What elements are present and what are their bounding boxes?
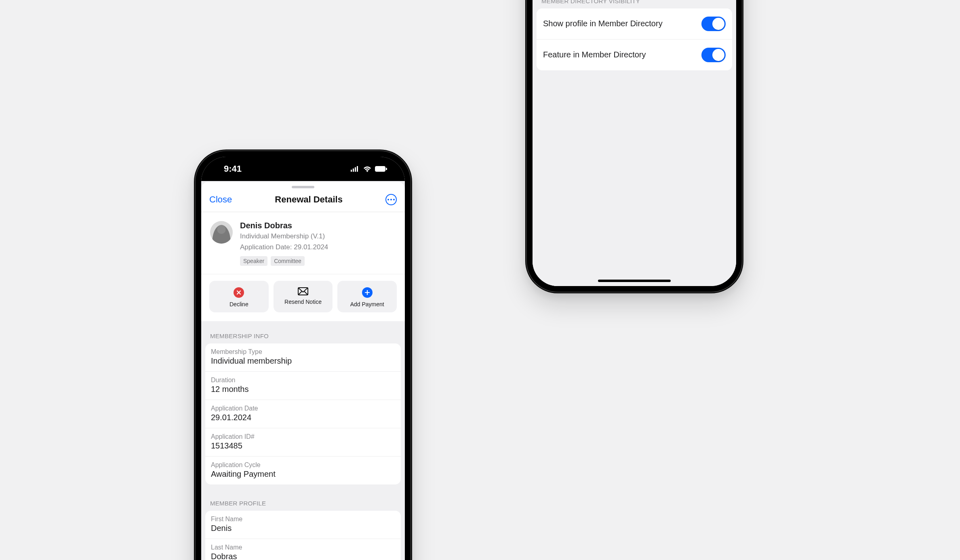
- field-row: Last NameDobras: [205, 539, 401, 560]
- field-label: Application Date: [211, 405, 395, 412]
- profile-header: Denis DobrasIndividual Membership (V.1)A…: [201, 212, 405, 274]
- member-name: Denis Dobras: [240, 221, 328, 230]
- field-row: Duration12 months: [205, 372, 401, 400]
- directory-visibility-heading: MEMBER DIRECTORY VISIBILITY: [533, 0, 736, 8]
- membership-type: Individual Membership (V.1): [240, 232, 328, 241]
- toggle-label: Feature in Member Directory: [543, 50, 646, 59]
- field-label: First Name: [211, 516, 395, 523]
- field-value: 29.01.2024: [211, 413, 395, 422]
- status-time: 9:41: [224, 164, 242, 174]
- field-value: Denis: [211, 524, 395, 533]
- nav-bar: Close Renewal Details: [201, 188, 405, 212]
- membership-info-heading: MEMBERSHIP INFO: [201, 321, 405, 343]
- toggle-row: Show profile in Member Directory: [537, 8, 732, 40]
- plus-icon: [362, 287, 373, 298]
- toggle-switch[interactable]: [701, 48, 726, 62]
- field-row: Application Date29.01.2024: [205, 400, 401, 428]
- svg-rect-5: [386, 168, 387, 170]
- add-payment-button[interactable]: Add Payment: [337, 281, 397, 312]
- tag: Speaker: [240, 256, 267, 266]
- home-indicator: [598, 280, 671, 282]
- field-value: Dobras: [211, 552, 395, 560]
- content-scroll[interactable]: Denis DobrasIndividual Membership (V.1)A…: [201, 212, 405, 560]
- battery-icon: [375, 166, 387, 172]
- status-indicators: [351, 166, 387, 172]
- svg-rect-3: [357, 166, 358, 172]
- field-label: Last Name: [211, 544, 395, 551]
- mail-icon: [298, 287, 308, 295]
- field-row: Application CycleAwaiting Payment: [205, 457, 401, 484]
- member-profile-card: First NameDenisLast NameDobrasEmaildenis…: [205, 511, 401, 560]
- close-button[interactable]: Close: [209, 194, 232, 205]
- decline-button[interactable]: Decline: [209, 281, 269, 312]
- field-value: 12 months: [211, 385, 395, 394]
- field-label: Application ID#: [211, 433, 395, 440]
- action-label: Resend Notice: [284, 299, 322, 305]
- svg-rect-1: [353, 168, 354, 172]
- field-label: Membership Type: [211, 348, 395, 356]
- wifi-icon: [363, 166, 372, 172]
- toggle-label: Show profile in Member Directory: [543, 19, 663, 28]
- svg-rect-2: [355, 167, 356, 172]
- toggle-switch[interactable]: [701, 17, 726, 31]
- dynamic-island: [275, 164, 331, 180]
- action-label: Add Payment: [350, 301, 384, 307]
- content-scroll[interactable]: Denis DobrasIndividual Membership (V.1)A…: [533, 0, 736, 286]
- field-row: Application ID#1513485: [205, 428, 401, 457]
- field-value: 1513485: [211, 441, 395, 451]
- field-label: Application Cycle: [211, 461, 395, 469]
- svg-rect-4: [375, 166, 385, 172]
- directory-visibility-card: Show profile in Member DirectoryFeature …: [537, 8, 732, 70]
- tag: Committee: [271, 256, 305, 266]
- action-label: Decline: [229, 301, 248, 307]
- field-value: Individual membership: [211, 356, 395, 366]
- page-title: Renewal Details: [275, 194, 343, 205]
- more-button[interactable]: [385, 194, 397, 205]
- field-row: Membership TypeIndividual membership: [205, 343, 401, 372]
- membership-info-card: Membership TypeIndividual membershipDura…: [205, 343, 401, 484]
- avatar[interactable]: [210, 221, 233, 244]
- cellular-icon: [351, 166, 360, 172]
- svg-rect-0: [351, 170, 352, 172]
- application-date: Application Date: 29.01.2024: [240, 243, 328, 252]
- field-value: Awaiting Payment: [211, 469, 395, 479]
- action-row: DeclineResend NoticeAdd Payment: [201, 274, 405, 321]
- phone-mockup-right: Denis DobrasIndividual Membership (V.1)A…: [525, 0, 743, 293]
- member-profile-heading: MEMBER PROFILE: [201, 488, 405, 511]
- resend-notice-button[interactable]: Resend Notice: [274, 281, 333, 312]
- phone-mockup-left: 9:41 Close Renewal Details Denis DobrasI…: [194, 149, 412, 560]
- close-icon: [234, 287, 244, 298]
- field-label: Duration: [211, 377, 395, 384]
- field-row: First NameDenis: [205, 511, 401, 539]
- toggle-row: Feature in Member Directory: [537, 40, 732, 70]
